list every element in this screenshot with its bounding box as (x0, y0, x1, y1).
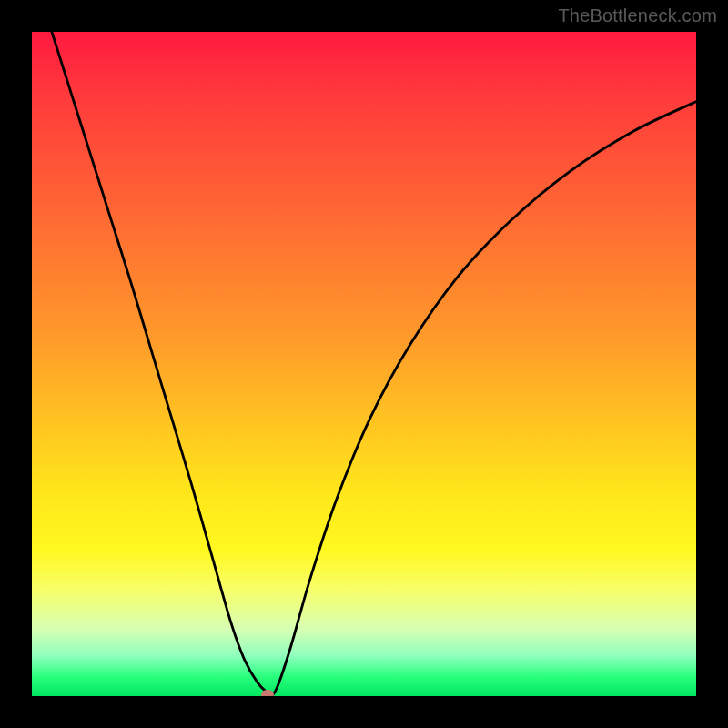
bottleneck-curve (32, 32, 696, 696)
watermark-text: TheBottleneck.com (558, 5, 717, 26)
plot-area (32, 32, 696, 696)
curve-path (52, 32, 696, 696)
chart-frame: TheBottleneck.com (0, 0, 728, 728)
optimum-marker (261, 690, 274, 696)
